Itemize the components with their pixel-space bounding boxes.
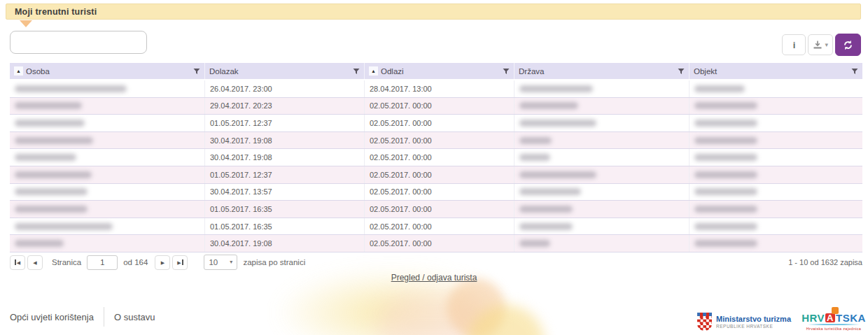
tab-pointer-triangle	[20, 20, 32, 27]
cell-drzava	[514, 166, 690, 183]
active-tab[interactable]: Moji trenutni turisti	[6, 3, 861, 20]
table-row[interactable]: 01.05.2017. 12:37 02.05.2017. 00:00	[10, 166, 862, 184]
table-header-row: ▲ Osoba Dolazak ▲ Odlazi Država	[10, 63, 862, 80]
pregled-odjava-link[interactable]: Pregled / odjava turista	[391, 273, 477, 283]
cell-odlazi: 02.05.2017. 00:00	[365, 201, 514, 218]
table-row[interactable]: 01.05.2017. 12:37 02.05.2017. 00:00	[10, 115, 862, 132]
next-page-button[interactable]: ▶	[155, 255, 170, 270]
redacted-country	[519, 206, 573, 213]
last-page-button[interactable]: ▶	[172, 255, 188, 270]
htz-wordmark: HRVATSKA	[805, 313, 862, 323]
cell-drzava	[514, 132, 690, 149]
cell-dolazak: 01.05.2017. 12:37	[205, 115, 365, 131]
cell-osoba	[10, 235, 205, 252]
redacted-country	[519, 154, 550, 161]
terms-link[interactable]: Opći uvjeti korištenja	[10, 312, 94, 322]
cell-drzava	[514, 218, 690, 235]
previous-page-button[interactable]: ◀	[27, 255, 43, 270]
column-header-osoba[interactable]: ▲ Osoba	[10, 63, 205, 79]
filter-icon[interactable]	[678, 68, 685, 75]
column-label: Država	[519, 67, 544, 76]
first-page-icon	[15, 259, 16, 265]
column-header-odlazi[interactable]: ▲ Odlazi	[365, 63, 514, 79]
footer-divider	[104, 307, 104, 327]
cell-dolazak: 30.04.2017. 13:57	[205, 184, 365, 201]
filter-icon[interactable]	[503, 68, 510, 75]
table-row[interactable]: 30.04.2017. 19:08 02.05.2017. 00:00	[10, 132, 862, 150]
table-row[interactable]: 30.04.2017. 19:08 02.05.2017. 00:00	[10, 235, 862, 252]
about-link[interactable]: O sustavu	[114, 312, 155, 322]
croatia-tourist-board-logo: HRVATSKA Hrvatska turistička zajednica	[805, 313, 862, 331]
cell-dolazak: 30.04.2017. 19:08	[205, 132, 365, 149]
redacted-object	[694, 120, 757, 127]
cell-odlazi: 02.05.2017. 00:00	[365, 132, 514, 149]
cell-drzava	[514, 149, 690, 166]
cell-dolazak: 29.04.2017. 20:23	[205, 98, 365, 115]
table-row[interactable]: 01.05.2017. 16:35 02.05.2017. 00:00	[10, 218, 862, 236]
redacted-country	[519, 240, 550, 247]
download-icon	[813, 40, 822, 50]
refresh-button[interactable]	[835, 34, 861, 56]
redacted-object	[694, 223, 757, 230]
table-row[interactable]: 29.04.2017. 20:23 02.05.2017. 00:00	[10, 98, 862, 115]
info-icon: i	[793, 40, 796, 50]
info-button[interactable]: i	[782, 34, 806, 55]
cell-odlazi: 02.05.2017. 00:00	[365, 235, 514, 252]
redacted-object	[694, 154, 757, 161]
sort-asc-icon: ▲	[369, 66, 378, 76]
per-page-label: zapisa po stranici	[243, 258, 305, 266]
cell-drzava	[514, 235, 690, 252]
redacted-object	[694, 171, 757, 178]
cell-osoba	[10, 149, 205, 166]
table-row[interactable]: 30.04.2017. 13:57 02.05.2017. 00:00	[10, 184, 862, 201]
page-size-select[interactable]: 10 ▾	[204, 255, 237, 270]
link-row: Pregled / odjava turista	[0, 271, 868, 283]
htz-orange-square-icon	[832, 307, 839, 314]
cell-drzava	[514, 80, 690, 97]
export-button[interactable]: ▾	[808, 34, 833, 55]
search-input[interactable]	[10, 31, 147, 54]
page-label: Stranica	[52, 258, 81, 266]
filter-icon[interactable]	[193, 68, 200, 75]
page-count-label: od 164	[123, 258, 148, 266]
column-header-objekt[interactable]: Objekt	[690, 63, 862, 79]
redacted-object	[694, 188, 757, 195]
page-number-input[interactable]	[87, 255, 118, 270]
ministry-logo: Ministarstvo turizma REPUBLIKE HRVATSKE	[697, 313, 791, 331]
cell-objekt	[690, 132, 862, 149]
records-range-label: 1 - 10 od 1632 zapisa	[788, 258, 862, 266]
ministry-name: Ministarstvo turizma	[716, 315, 791, 324]
cell-osoba	[10, 132, 205, 149]
column-header-drzava[interactable]: Država	[514, 63, 690, 79]
filter-icon[interactable]	[353, 68, 360, 75]
column-label: Odlazi	[381, 67, 404, 76]
cell-dolazak: 01.05.2017. 12:37	[205, 166, 365, 183]
pagination-bar: ◀ ◀ Stranica od 164 ▶ ▶ 10 ▾ zapisa po s…	[10, 253, 862, 271]
redacted-person-name	[15, 137, 93, 144]
redacted-object	[694, 240, 757, 247]
htz-wave-icon	[808, 324, 860, 325]
cell-objekt	[690, 201, 862, 218]
redacted-person-name	[15, 206, 88, 213]
page-title: Moji trenutni turisti	[15, 7, 97, 17]
redacted-person-name	[15, 154, 76, 161]
cell-drzava	[514, 98, 690, 115]
cell-odlazi: 02.05.2017. 00:00	[365, 218, 514, 235]
column-header-dolazak[interactable]: Dolazak	[205, 63, 365, 79]
footer: Opći uvjeti korištenja O sustavu Minista…	[0, 301, 868, 335]
filter-icon[interactable]	[851, 68, 858, 75]
table-row[interactable]: 01.05.2017. 16:35 02.05.2017. 00:00	[10, 201, 862, 218]
redacted-object	[694, 206, 757, 213]
cell-osoba	[10, 166, 205, 183]
first-page-button[interactable]: ◀	[10, 255, 25, 270]
redacted-country	[519, 102, 578, 109]
refresh-icon	[843, 40, 853, 50]
redacted-person-name	[15, 171, 92, 178]
table-row[interactable]: 26.04.2017. 23:00 28.04.2017. 13:00	[10, 80, 862, 98]
cell-dolazak: 01.05.2017. 16:35	[205, 218, 365, 235]
page-size-value: 10	[209, 258, 218, 266]
cell-objekt	[690, 80, 862, 97]
previous-page-icon: ◀	[33, 260, 36, 265]
table-row[interactable]: 30.04.2017. 19:08 02.05.2017. 00:00	[10, 149, 862, 166]
cell-drzava	[514, 184, 690, 201]
